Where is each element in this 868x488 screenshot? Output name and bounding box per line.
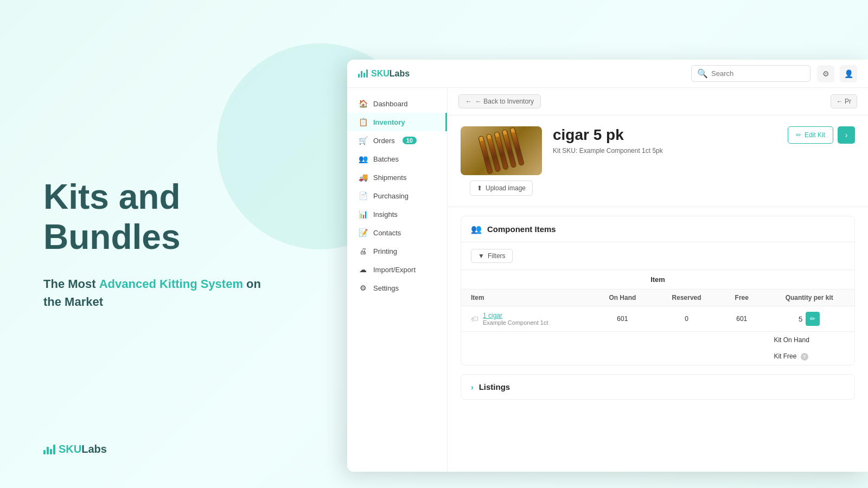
filter-icon: ▼ <box>478 252 484 260</box>
filters-row: ▼ Filters <box>461 242 854 270</box>
component-items-title: Component Items <box>487 224 556 234</box>
kit-on-hand-label: Kit On Hand <box>764 332 854 349</box>
col-qty-per-kit: Quantity per kit <box>764 290 854 306</box>
kit-product-image <box>461 126 542 175</box>
component-items-icon: 👥 <box>471 224 482 234</box>
edit-kit-button[interactable]: ✏ Edit Kit <box>788 126 833 144</box>
topbar-icons: ⚙ 👤 <box>817 65 857 82</box>
bottom-logo: SKULabs <box>43 443 107 455</box>
sidebar-item-printing[interactable]: 🖨 Printing <box>347 242 447 260</box>
user-icon[interactable]: 👤 <box>840 65 857 82</box>
batches-icon: 👥 <box>358 155 368 163</box>
on-hand-value: 601 <box>591 306 654 332</box>
table-header-row: Item <box>461 270 854 290</box>
settings-icon[interactable]: ⚙ <box>817 65 834 82</box>
kit-actions: ✏ Edit Kit › <box>788 126 855 144</box>
insights-icon: 📊 <box>358 210 368 219</box>
sidebar: 🏠 Dashboard 📋 Inventory 🛒 Orders 10 👥 Ba… <box>347 88 448 472</box>
more-actions-button[interactable]: › <box>838 126 855 144</box>
back-to-inventory-button[interactable]: ← ← Back to Inventory <box>458 94 541 108</box>
import-export-icon: ☁ <box>358 265 368 274</box>
qty-per-kit-cell: 5 ✏ <box>764 306 854 332</box>
sidebar-item-import-export[interactable]: ☁ Import/Export <box>347 260 447 279</box>
sidebar-item-contacts[interactable]: 📝 Contacts <box>347 223 447 242</box>
table-subheader-row: Item On Hand Reserved Free Quantity per … <box>461 290 854 306</box>
kit-free-row: Kit Free ? <box>461 348 854 365</box>
sidebar-item-batches[interactable]: 👥 Batches <box>347 150 447 168</box>
free-value: 601 <box>719 306 764 332</box>
item-subtitle: Example Component 1ct <box>483 319 548 326</box>
reserved-value: 0 <box>654 306 719 332</box>
marketing-subtitle: The Most Advanced Kitting System on the … <box>43 275 326 311</box>
search-box: 🔍 <box>691 65 810 82</box>
col-free: Free <box>719 290 764 306</box>
content-area: ← ← Back to Inventory ← Pr <box>448 88 868 472</box>
top-right-nav: ← Pr <box>831 94 857 108</box>
sidebar-item-orders[interactable]: 🛒 Orders 10 <box>347 131 447 150</box>
qty-edit-button[interactable]: ✏ <box>806 312 820 326</box>
printing-icon: 🖨 <box>358 247 368 255</box>
component-items-header: 👥 Component Items <box>461 216 854 242</box>
upload-image-button[interactable]: ⬆ Upload image <box>470 181 533 196</box>
kit-on-hand-row: Kit On Hand <box>461 332 854 349</box>
dashboard-icon: 🏠 <box>358 99 368 108</box>
table-row: 🏷 1 cigar Example Component 1ct 601 0 60… <box>461 306 854 332</box>
edit-icon: ✏ <box>796 131 801 139</box>
app-logo: SKULabs <box>358 69 410 79</box>
item-tag-icon: 🏷 <box>471 314 478 323</box>
qty-per-kit-value: 5 <box>799 315 802 323</box>
item-name-cell: 🏷 1 cigar Example Component 1ct <box>461 306 591 332</box>
item-column-header: Item <box>461 270 854 290</box>
upload-icon: ⬆ <box>477 184 482 192</box>
col-item: Item <box>461 290 591 306</box>
back-arrow-icon: ← <box>465 98 472 105</box>
cigar-visual <box>478 127 525 175</box>
search-input[interactable] <box>711 69 798 78</box>
settings-nav-icon: ⚙ <box>358 284 368 292</box>
shipments-icon: 🚚 <box>358 173 368 182</box>
listings-title: Listings <box>479 382 510 391</box>
item-link[interactable]: 1 cigar <box>483 312 502 319</box>
back-bar: ← ← Back to Inventory ← Pr <box>448 88 868 115</box>
listings-section: › Listings <box>461 374 855 400</box>
orders-badge: 10 <box>403 137 417 144</box>
sidebar-item-inventory[interactable]: 📋 Inventory <box>347 113 447 131</box>
help-icon: ? <box>801 353 808 361</box>
kit-sku: Kit SKU: Example Component 1ct 5pk <box>553 147 777 155</box>
app-window: SKULabs 🔍 ⚙ 👤 🏠 Dashboard 📋 Inventory <box>347 60 868 472</box>
sidebar-item-settings[interactable]: ⚙ Settings <box>347 279 447 297</box>
pencil-icon: ✏ <box>810 315 815 323</box>
sidebar-item-insights[interactable]: 📊 Insights <box>347 205 447 223</box>
sidebar-item-dashboard[interactable]: 🏠 Dashboard <box>347 94 447 113</box>
sidebar-item-purchasing[interactable]: 📄 Purchasing <box>347 187 447 205</box>
kit-free-label: Kit Free ? <box>764 348 854 365</box>
app-topbar: SKULabs 🔍 ⚙ 👤 <box>347 60 868 88</box>
sidebar-item-shipments[interactable]: 🚚 Shipments <box>347 168 447 187</box>
logo-bars-icon <box>43 445 55 454</box>
logo-bars-icon <box>358 69 368 78</box>
col-on-hand: On Hand <box>591 290 654 306</box>
filters-button[interactable]: ▼ Filters <box>471 249 513 263</box>
inventory-icon: 📋 <box>358 118 368 126</box>
component-items-section: 👥 Component Items ▼ Filters Item <box>461 216 855 365</box>
marketing-headline: Kits and Bundles <box>43 177 326 257</box>
prev-button[interactable]: ← Pr <box>831 94 857 108</box>
listings-header[interactable]: › Listings <box>461 375 854 399</box>
contacts-icon: 📝 <box>358 228 368 237</box>
kit-name: cigar 5 pk <box>553 126 777 144</box>
chevron-right-icon: › <box>471 383 474 391</box>
kit-info: cigar 5 pk Kit SKU: Example Component 1c… <box>553 126 777 155</box>
item-details: 1 cigar Example Component 1ct <box>483 312 548 326</box>
kit-header: ⬆ Upload image cigar 5 pk Kit SKU: Examp… <box>448 115 868 207</box>
search-icon: 🔍 <box>697 68 708 79</box>
component-items-table: Item Item On Hand Reserved Free Quantity… <box>461 270 854 365</box>
col-reserved: Reserved <box>654 290 719 306</box>
app-body: 🏠 Dashboard 📋 Inventory 🛒 Orders 10 👥 Ba… <box>347 88 868 472</box>
purchasing-icon: 📄 <box>358 191 368 200</box>
orders-icon: 🛒 <box>358 136 368 145</box>
chevron-right-icon: › <box>845 131 848 139</box>
marketing-area: Kits and Bundles The Most Advanced Kitti… <box>0 0 369 488</box>
kit-image-area: ⬆ Upload image <box>461 126 542 196</box>
